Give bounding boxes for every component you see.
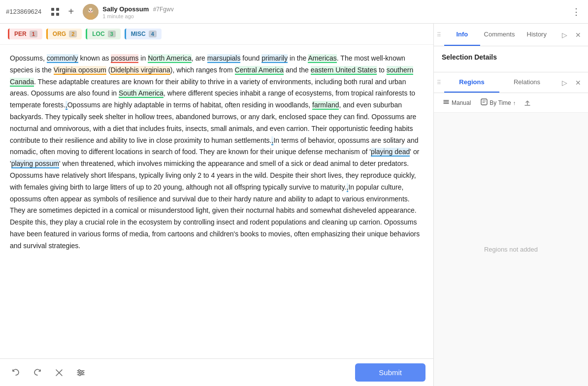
tag-per-label: PER <box>14 31 27 37</box>
tags-bar: PER 1 ORG 2 LOC 3 MISC 4 <box>0 24 433 45</box>
tag-per-count: 1 <box>30 31 37 37</box>
submit-button[interactable]: Submit <box>355 363 425 382</box>
main-container: PER 1 ORG 2 LOC 3 MISC 4 Opossums, commo… <box>0 24 588 386</box>
tag-org-label: ORG <box>53 31 66 37</box>
svg-point-10 <box>92 10 93 11</box>
svg-rect-2 <box>51 13 54 16</box>
tab-history[interactable]: History <box>519 24 555 46</box>
toolbar-left <box>8 365 355 381</box>
document-content[interactable]: Opossums, commonly known as possums in N… <box>0 45 433 358</box>
tag-org[interactable]: ORG 2 <box>46 29 82 39</box>
svg-rect-0 <box>51 8 54 11</box>
close-button[interactable] <box>51 365 67 381</box>
bytime-sort-button[interactable]: By Time ↑ <box>478 97 519 108</box>
app-header: #123869624 + Sally Opossum #7Fgwv 1 minu… <box>0 0 588 24</box>
tag-misc-label: MISC <box>131 31 146 37</box>
document-text: Opossums, commonly known as possums in N… <box>10 53 424 252</box>
right-panel-tab-bar: ⠿ Info Comments History ▷ ✕ <box>434 24 588 46</box>
tag-misc-count: 4 <box>149 31 157 37</box>
tab-relations[interactable]: Relations <box>499 72 555 93</box>
selection-details: Selection Details <box>434 46 588 72</box>
svg-rect-3 <box>56 13 59 16</box>
tab-info[interactable]: Info <box>444 24 480 46</box>
avatar <box>83 4 98 20</box>
expand-right-button[interactable]: ▷ <box>558 29 570 41</box>
manual-sort-icon <box>443 98 450 107</box>
bottom-toolbar: Submit <box>0 358 433 386</box>
right-panel: ⠿ Info Comments History ▷ ✕ Selection De… <box>433 24 588 386</box>
redo-button[interactable] <box>30 365 45 381</box>
bytime-sort-label: By Time <box>490 99 511 106</box>
tab-comments[interactable]: Comments <box>480 24 519 46</box>
region-tabs: Regions Relations <box>444 72 555 93</box>
sort-direction-icon: ↑ <box>513 100 516 106</box>
svg-rect-23 <box>481 99 487 105</box>
right-panel-actions: ▷ ✕ <box>555 29 588 41</box>
close-regions-button[interactable]: ✕ <box>572 77 584 89</box>
username: Sally Opossum <box>102 5 149 13</box>
svg-point-18 <box>81 372 83 374</box>
svg-point-17 <box>78 370 80 372</box>
more-menu-button[interactable]: ⋮ <box>570 6 582 18</box>
svg-point-19 <box>79 374 81 376</box>
selection-details-title: Selection Details <box>442 53 580 61</box>
user-tag: #7Fgwv <box>153 6 174 13</box>
settings-button[interactable] <box>73 365 89 381</box>
add-icon[interactable]: + <box>65 6 77 18</box>
svg-point-9 <box>89 10 90 11</box>
region-upload-icon[interactable] <box>523 98 532 108</box>
right-tabs: Info Comments History <box>444 24 555 46</box>
tag-org-count: 2 <box>69 31 77 37</box>
drag-handle-bottom: ⠿ <box>434 79 444 86</box>
tag-loc[interactable]: LOC 3 <box>86 29 120 39</box>
right-top-section: ⠿ Info Comments History ▷ ✕ Selection De… <box>434 24 588 72</box>
user-info: Sally Opossum #7Fgwv 1 minute ago <box>102 4 173 19</box>
regions-tab-bar: ⠿ Regions Relations ▷ ✕ <box>434 72 588 93</box>
document-id: #123869624 <box>6 8 41 15</box>
tag-loc-count: 3 <box>108 31 116 37</box>
right-bottom-section: ⠿ Regions Relations ▷ ✕ <box>434 72 588 386</box>
tag-loc-label: LOC <box>92 31 104 37</box>
manual-sort-button[interactable]: Manual <box>440 97 474 108</box>
undo-button[interactable] <box>8 365 24 381</box>
svg-point-11 <box>90 11 92 12</box>
drag-handle-top: ⠿ <box>434 32 444 38</box>
left-panel: PER 1 ORG 2 LOC 3 MISC 4 Opossums, commo… <box>0 24 433 386</box>
region-controls: Manual By Time ↑ <box>434 93 588 113</box>
tag-misc[interactable]: MISC 4 <box>125 29 162 39</box>
expand-regions-button[interactable]: ▷ <box>558 77 570 89</box>
bytime-sort-icon <box>481 98 488 107</box>
regions-panel-actions: ▷ ✕ <box>555 77 588 89</box>
grid-icon[interactable] <box>49 6 61 18</box>
close-right-button[interactable]: ✕ <box>572 29 584 41</box>
manual-sort-label: Manual <box>452 99 471 106</box>
timestamp: 1 minute ago <box>102 13 173 19</box>
tab-regions[interactable]: Regions <box>444 72 499 93</box>
regions-empty-message: Regions not added <box>434 113 588 386</box>
tag-per[interactable]: PER 1 <box>8 29 42 39</box>
svg-rect-1 <box>56 8 59 11</box>
